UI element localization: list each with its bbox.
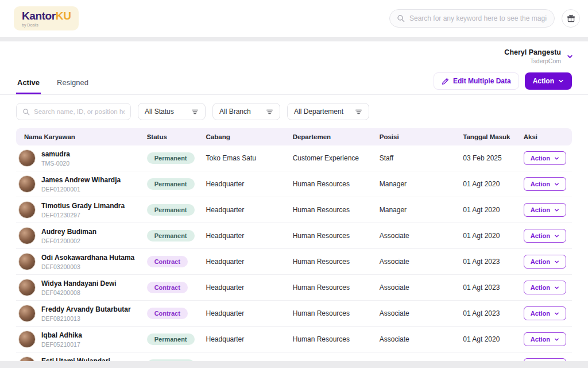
tab-active[interactable]: Active: [16, 74, 41, 94]
row-action-button[interactable]: Action: [524, 306, 566, 320]
profile-menu-toggle[interactable]: [567, 53, 573, 60]
avatar: [18, 253, 36, 270]
branch-filter-dropdown[interactable]: All Branch: [212, 103, 280, 120]
gift-icon: [567, 14, 575, 23]
branch-cell: Headquarter: [200, 301, 287, 327]
join-date-cell: 01 Agt 2023: [457, 249, 517, 275]
status-badge: Permanent: [147, 334, 195, 345]
branch-cell: Headquarter: [200, 275, 287, 301]
branch-cell: Headquarter: [200, 249, 287, 275]
row-action-button[interactable]: Action: [524, 332, 566, 346]
chevron-down-icon: [554, 285, 559, 290]
employee-id: DEF05210017: [41, 341, 82, 348]
avatar: [18, 175, 36, 193]
status-badge: Permanent: [147, 178, 195, 190]
department-cell: Human Resources: [287, 275, 374, 301]
row-action-label: Action: [531, 310, 550, 317]
column-header: Tanggal Masuk: [457, 128, 517, 145]
column-header: Posisi: [374, 128, 458, 145]
chevron-down-icon: [554, 311, 559, 316]
department-cell: Human Resources: [287, 171, 374, 197]
row-action-button[interactable]: Action: [524, 358, 566, 361]
bulk-action-label: Action: [533, 77, 554, 85]
department-cell: Human Resources: [287, 223, 374, 249]
employee-name: Timotius Grady Limandra: [41, 202, 125, 210]
status-badge: Contract: [147, 308, 188, 319]
join-date-cell: 01 Agt 2020: [457, 171, 517, 197]
edit-icon: [442, 78, 449, 85]
employee-name: Freddy Arvandy Butarbutar: [41, 305, 131, 314]
branch-cell: Headquarter: [200, 352, 287, 361]
column-header: Aksi: [518, 128, 572, 145]
gift-button[interactable]: [562, 9, 580, 28]
table-row: James Andrew Wihardja DEF01200001 Perman…: [16, 171, 572, 197]
avatar: [18, 201, 36, 218]
status-badge: Permanent: [147, 230, 195, 241]
edit-multiple-data-button[interactable]: Edit Multiple Data: [434, 72, 519, 90]
logo-text: KantorKU: [22, 10, 71, 21]
table-row: Iqbal Adhika DEF05210017 Permanent Headq…: [16, 327, 572, 352]
position-cell: Manager: [374, 171, 458, 197]
filters-row: All Status All Branch All Departement: [0, 95, 588, 126]
row-action-button[interactable]: Action: [524, 281, 566, 294]
employee-id: DEF01200001: [41, 186, 121, 193]
position-cell: Associate: [374, 223, 458, 249]
position-cell: Associate: [374, 327, 458, 352]
position-cell: Associate: [374, 301, 458, 327]
employee-name: Esti Utami Wulandari: [41, 357, 110, 362]
table-body: samudra TMS-0020 Permanent Toko Emas Sat…: [16, 145, 572, 361]
chevron-down-icon: [554, 156, 559, 161]
row-action-button[interactable]: Action: [524, 255, 566, 269]
row-action-label: Action: [531, 284, 550, 291]
tab-resigned[interactable]: Resigned: [56, 74, 90, 94]
search-icon: [22, 108, 30, 116]
employee-id: TMS-0020: [41, 160, 70, 167]
department-cell: Human Resources: [287, 301, 374, 327]
bulk-action-button[interactable]: Action: [525, 72, 572, 90]
chevron-down-icon: [567, 53, 573, 60]
row-action-label: Action: [531, 206, 550, 213]
column-header: Status: [141, 128, 200, 145]
row-action-label: Action: [531, 155, 550, 162]
global-search-bar[interactable]: [389, 9, 555, 28]
main-panel: Cheryl Pangestu TsderpCom Active Resigne…: [0, 41, 588, 361]
employee-name: Odi Asokawardhana Hutama: [41, 254, 134, 262]
filter-lines-icon: [191, 108, 199, 116]
chevron-down-icon: [554, 208, 559, 213]
chevron-down-icon: [554, 233, 559, 239]
row-action-button[interactable]: Action: [524, 203, 566, 217]
user-company: TsderpCom: [504, 57, 561, 64]
department-cell: Human Resources: [287, 327, 374, 352]
position-cell: Associate: [374, 249, 458, 275]
join-date-cell: 01 Agt 2023: [457, 301, 517, 327]
global-search-input[interactable]: [409, 14, 547, 22]
status-filter-dropdown[interactable]: All Status: [138, 103, 206, 120]
table-row: Freddy Arvandy Butarbutar DEF08210013 Co…: [16, 301, 572, 327]
table-row: Audrey Budiman DEF01200002 Permanent Hea…: [16, 223, 572, 249]
table-search-input[interactable]: [34, 108, 125, 115]
chevron-down-icon: [554, 259, 559, 264]
column-header: Nama Karyawan: [16, 128, 141, 145]
avatar: [18, 305, 36, 322]
status-badge: Permanent: [147, 152, 195, 164]
employee-name: Audrey Budiman: [41, 228, 96, 236]
search-icon: [397, 14, 405, 22]
status-badge: Permanent: [147, 359, 195, 361]
row-action-button[interactable]: Action: [524, 177, 566, 191]
department-filter-dropdown[interactable]: All Departement: [287, 103, 369, 120]
employee-name: James Andrew Wihardja: [41, 176, 121, 185]
tabs-row: Active Resigned Edit Multiple Data Actio…: [0, 70, 588, 95]
chevron-down-icon: [554, 337, 559, 342]
status-badge: Contract: [147, 256, 188, 267]
table-row: Odi Asokawardhana Hutama DEF03200003 Con…: [16, 249, 572, 275]
table-search-bar[interactable]: [16, 103, 131, 120]
position-cell: Manager: [374, 197, 458, 223]
status-badge: Permanent: [147, 204, 195, 216]
department-filter-label: All Departement: [294, 108, 343, 116]
department-cell: Human Resources: [287, 249, 374, 275]
join-date-cell: 01 Agt 2020: [457, 223, 517, 249]
row-action-button[interactable]: Action: [524, 151, 566, 165]
department-cell: Customer Experience: [287, 145, 374, 171]
table-header-row: Nama KaryawanStatusCabangDepartemenPosis…: [16, 128, 572, 145]
row-action-button[interactable]: Action: [524, 229, 566, 243]
